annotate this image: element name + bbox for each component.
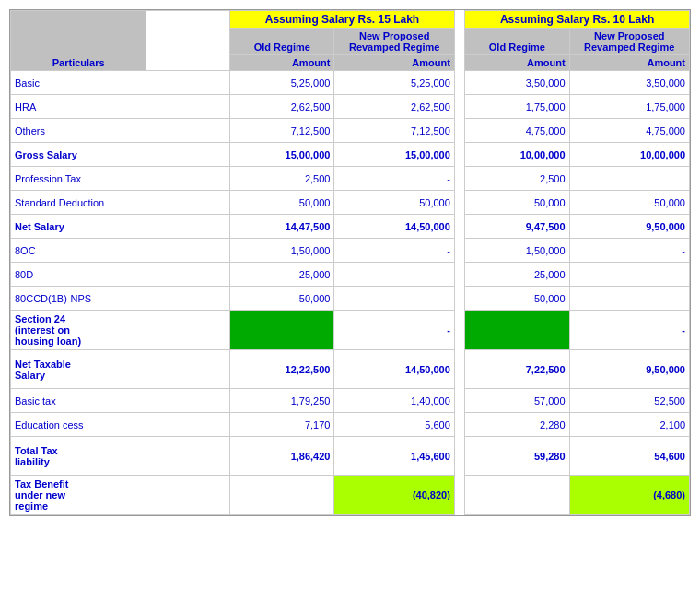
- new2-10: -: [569, 311, 689, 350]
- old1-8: 25,000: [230, 263, 334, 287]
- new2-11: 9,50,000: [569, 350, 689, 389]
- old2-12: 57,000: [465, 389, 569, 413]
- divider-2: [454, 119, 464, 143]
- divider-0: [454, 71, 464, 95]
- old2-0: 3,50,000: [465, 71, 569, 95]
- new2-4: [569, 167, 689, 191]
- divider-8: [454, 263, 464, 287]
- new1-15: (40,820): [334, 476, 454, 515]
- old2-13: 2,280: [465, 413, 569, 437]
- blank-col-10: [146, 311, 230, 350]
- new1-9: -: [334, 287, 454, 311]
- new1-0: 5,25,000: [334, 71, 454, 95]
- old1-1: 2,62,500: [230, 95, 334, 119]
- old1-5: 50,000: [230, 191, 334, 215]
- new2-2: 4,75,000: [569, 119, 689, 143]
- new1-5: 50,000: [334, 191, 454, 215]
- old2-6: 9,47,500: [465, 215, 569, 239]
- new2-5: 50,000: [569, 191, 689, 215]
- old1-0: 5,25,000: [230, 71, 334, 95]
- old2-15: [465, 476, 569, 515]
- divider-11: [454, 350, 464, 389]
- new2-7: -: [569, 239, 689, 263]
- divider-10: [454, 311, 464, 350]
- row-label-5: Standard Deduction: [11, 191, 146, 215]
- new2-13: 2,100: [569, 413, 689, 437]
- blank-col-1: [146, 95, 230, 119]
- new1-13: 5,600: [334, 413, 454, 437]
- new2-6: 9,50,000: [569, 215, 689, 239]
- new1-2: 7,12,500: [334, 119, 454, 143]
- row-label-2: Others: [11, 119, 146, 143]
- divider-6: [454, 215, 464, 239]
- blank-col-13: [146, 413, 230, 437]
- old2-2: 4,75,000: [465, 119, 569, 143]
- new2-8: -: [569, 263, 689, 287]
- divider-4: [454, 167, 464, 191]
- old2-9: 50,000: [465, 287, 569, 311]
- row-label-3: Gross Salary: [11, 143, 146, 167]
- new2-9: -: [569, 287, 689, 311]
- blank-col-2: [146, 119, 230, 143]
- salary10-header: Assuming Salary Rs. 10 Lakh: [465, 11, 690, 29]
- blank-col-6: [146, 215, 230, 239]
- divider-14: [454, 437, 464, 476]
- new1-8: -: [334, 263, 454, 287]
- blank-col-9: [146, 287, 230, 311]
- new1-3: 15,00,000: [334, 143, 454, 167]
- row-label-7: 8OC: [11, 239, 146, 263]
- divider-5: [454, 191, 464, 215]
- divider-7: [454, 239, 464, 263]
- particulars-header: Particulars: [11, 11, 146, 71]
- new1-12: 1,40,000: [334, 389, 454, 413]
- new1-10: -: [334, 311, 454, 350]
- row-label-1: HRA: [11, 95, 146, 119]
- new2-14: 54,600: [569, 437, 689, 476]
- old1-14: 1,86,420: [230, 437, 334, 476]
- old2-14: 59,280: [465, 437, 569, 476]
- old1-9: 50,000: [230, 287, 334, 311]
- old1-13: 7,170: [230, 413, 334, 437]
- divider-15: [454, 476, 464, 515]
- old2-7: 1,50,000: [465, 239, 569, 263]
- blank-col-12: [146, 389, 230, 413]
- new2-15: (4,680): [569, 476, 689, 515]
- row-label-6: Net Salary: [11, 215, 146, 239]
- row-label-4: Profession Tax: [11, 167, 146, 191]
- new-proposed-header-1: New Proposed Revamped Regime: [334, 29, 454, 55]
- new1-1: 2,62,500: [334, 95, 454, 119]
- old2-1: 1,75,000: [465, 95, 569, 119]
- blank-col-0: [146, 71, 230, 95]
- new2-0: 3,50,000: [569, 71, 689, 95]
- row-label-10: Section 24(interest onhousing loan): [11, 311, 146, 350]
- old2-8: 25,000: [465, 263, 569, 287]
- new1-7: -: [334, 239, 454, 263]
- row-label-15: Tax Benefitunder newregime: [11, 476, 146, 515]
- old2-10: [465, 311, 569, 350]
- row-label-9: 80CCD(1B)-NPS: [11, 287, 146, 311]
- new1-4: -: [334, 167, 454, 191]
- divider-3: [454, 143, 464, 167]
- amount-header-2: Amount: [334, 55, 454, 71]
- old1-7: 1,50,000: [230, 239, 334, 263]
- blank-col-11: [146, 350, 230, 389]
- old2-3: 10,00,000: [465, 143, 569, 167]
- main-table-wrapper: Particulars Assuming Salary Rs. 15 Lakh …: [9, 9, 691, 516]
- divider-1: [454, 95, 464, 119]
- blank-col-5: [146, 191, 230, 215]
- blank-col-7: [146, 239, 230, 263]
- blank-col-3: [146, 143, 230, 167]
- amount-header-3: Amount: [465, 55, 569, 71]
- blank-col-15: [146, 476, 230, 515]
- salary15-header: Assuming Salary Rs. 15 Lakh: [230, 11, 455, 29]
- row-label-8: 80D: [11, 263, 146, 287]
- new1-6: 14,50,000: [334, 215, 454, 239]
- new1-14: 1,45,600: [334, 437, 454, 476]
- old1-3: 15,00,000: [230, 143, 334, 167]
- row-label-13: Education cess: [11, 413, 146, 437]
- amount-header-1: Amount: [230, 55, 334, 71]
- old1-4: 2,500: [230, 167, 334, 191]
- old-regime-header-1: Old Regime: [230, 29, 334, 55]
- divider-12: [454, 389, 464, 413]
- row-label-14: Total Taxliability: [11, 437, 146, 476]
